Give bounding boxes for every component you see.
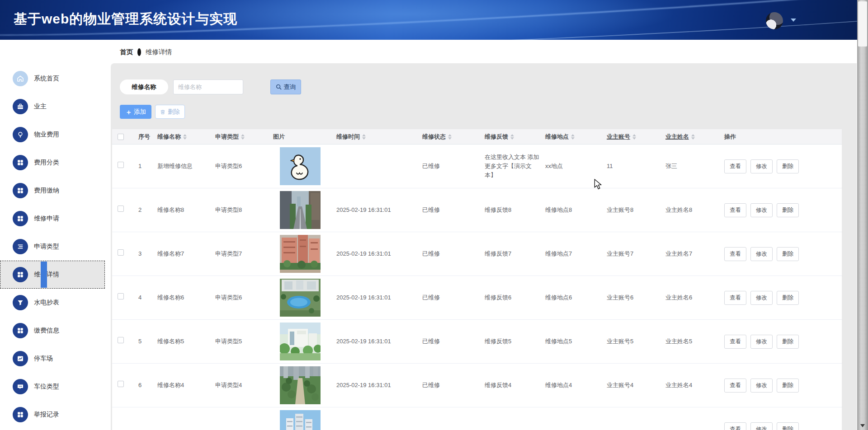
edit-row-button[interactable]: 修改 [750,159,773,173]
home-icon [13,71,28,86]
sidebar-item-12[interactable]: 车位类型 [0,373,105,401]
aerial-pool-photo-image[interactable] [280,279,321,317]
column-header-status[interactable]: 维修状态 [418,133,480,141]
view-row-button[interactable]: 查看 [724,247,746,261]
cell-location: 维修地点5 [541,337,602,346]
sort-carets-icon[interactable] [183,134,187,140]
sidebar-item-6[interactable]: 维修申请 [0,205,105,233]
view-row-button[interactable]: 查看 [724,335,746,349]
column-label: 操作 [724,133,736,141]
aerial-trees-photo-image[interactable] [280,366,321,404]
query-button[interactable]: 查询 [270,79,301,94]
sidebar-item-4[interactable]: 费用分类 [0,149,105,177]
sidebar-item-5[interactable]: 费用缴纳 [0,177,105,205]
column-header-index[interactable]: 序号 [134,133,153,141]
cell-feedback: 维修反馈5 [480,337,541,346]
column-header-image[interactable]: 图片 [269,133,332,141]
edit-row-button[interactable]: 修改 [750,247,773,261]
cell-location: 维修地点7 [541,249,602,258]
towers-photo-image[interactable] [280,410,321,430]
chevron-down-icon[interactable] [791,19,796,22]
delete-row-button[interactable]: 删除 [777,159,799,173]
select-all-checkbox[interactable] [118,134,124,140]
row-checkbox[interactable] [118,249,124,256]
sidebar-item-3[interactable]: 物业费用 [0,121,105,149]
grid-icon [13,323,28,338]
view-row-button[interactable]: 查看 [724,159,746,173]
cell-index: 3 [134,249,153,258]
breadcrumb-home[interactable]: 首页 [120,48,133,56]
sidebar-item-2[interactable]: 业主 [0,93,105,121]
sidebar-item-10[interactable]: 缴费信息 [0,317,105,345]
cell-name: 维修名称5 [153,337,211,346]
sidebar-item-13[interactable]: 举报记录 [0,401,105,429]
sort-carets-icon[interactable] [241,134,245,140]
delete-row-button[interactable]: 删除 [777,203,799,217]
cell-image [269,410,332,430]
sort-carets-icon[interactable] [632,134,636,140]
row-checkbox[interactable] [118,206,124,212]
sort-carets-icon[interactable] [571,134,575,140]
delete-row-button[interactable]: 删除 [777,335,799,349]
row-checkbox[interactable] [118,293,124,299]
column-header-time[interactable]: 维修时间 [332,133,418,141]
cell-time: 2025-02-19 16:31:01 [332,249,418,258]
scrollbar-down-arrow-icon[interactable] [860,424,865,427]
cell-type: 申请类型7 [211,249,269,258]
cell-index: 6 [134,381,153,390]
scrollbar-thumb[interactable] [858,1,867,47]
delete-row-button[interactable]: 删除 [777,422,799,430]
sort-carets-icon[interactable] [510,134,514,140]
column-header-actions[interactable]: 操作 [720,133,842,141]
cell-account: 11 [602,162,661,171]
cell-owner: 业主姓名5 [661,337,720,346]
green-villa-photo-image[interactable] [280,322,321,360]
edit-row-button[interactable]: 修改 [750,335,773,349]
row-checkbox[interactable] [118,337,124,343]
sort-carets-icon[interactable] [691,134,695,140]
column-header-owner[interactable]: 业主姓名 [661,133,720,141]
column-header-name[interactable]: 维修名称 [153,133,211,141]
column-header-feedback[interactable]: 维修反馈 [480,133,541,141]
column-label: 维修时间 [336,133,360,141]
column-header-account[interactable]: 业主账号 [602,133,661,141]
delete-row-button[interactable]: 删除 [777,379,799,393]
grid-icon [13,211,28,226]
sidebar-item-label: 举报记录 [34,411,59,419]
view-row-button[interactable]: 查看 [724,422,746,430]
page-scrollbar[interactable] [857,0,868,430]
street-photo-image[interactable] [280,191,321,229]
edit-row-button[interactable]: 修改 [750,203,773,217]
view-row-button[interactable]: 查看 [724,291,746,305]
delete-row-button[interactable]: 删除 [777,247,799,261]
search-input[interactable] [173,79,243,94]
view-row-button[interactable]: 查看 [724,203,746,217]
column-label: 维修反馈 [485,133,508,141]
column-header-location[interactable]: 维修地点 [541,133,602,141]
sort-carets-icon[interactable] [448,134,452,140]
row-checkbox[interactable] [118,162,124,168]
row-checkbox[interactable] [118,381,124,387]
add-button[interactable]: ＋ 添加 [120,105,151,119]
delete-button[interactable]: 删除 [155,105,185,119]
view-row-button[interactable]: 查看 [724,379,746,393]
delete-row-button[interactable]: 删除 [777,291,799,305]
avatar[interactable] [766,12,783,29]
edit-row-button[interactable]: 修改 [750,422,773,430]
edit-row-button[interactable]: 修改 [750,379,773,393]
sidebar-item-8[interactable]: 维修详情 [0,261,105,289]
column-header-type[interactable]: 申请类型 [211,133,269,141]
cell-status: 已维修 [418,293,480,302]
duck-cartoon-image[interactable] [280,147,321,185]
sidebar-item-11[interactable]: 停车场 [0,345,105,373]
sort-carets-icon[interactable] [362,134,366,140]
edit-row-button[interactable]: 修改 [750,291,773,305]
pink-buildings-photo-image[interactable] [280,235,321,273]
sidebar-item-9[interactable]: 水电抄表 [0,289,105,317]
cell-index: 2 [134,206,153,215]
sidebar-item-7[interactable]: 申请类型 [0,233,105,261]
cell-image [269,279,332,317]
cell-image [269,191,332,229]
sidebar-item-1[interactable]: 系统首页 [0,65,105,93]
cell-type: 申请类型8 [211,206,269,215]
